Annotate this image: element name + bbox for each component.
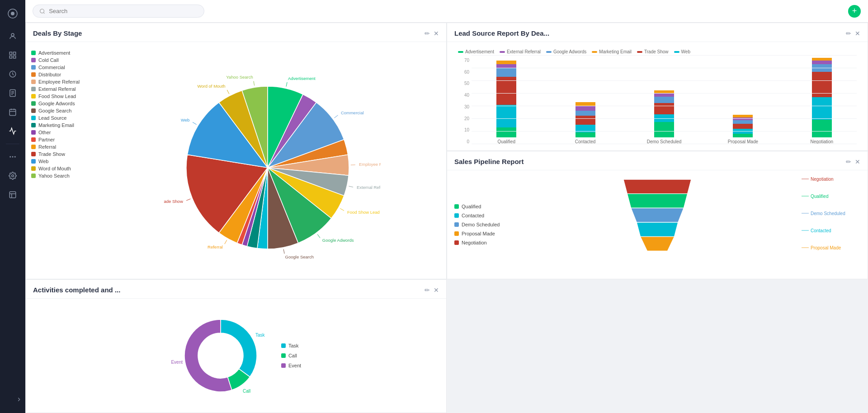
bar-segment bbox=[812, 97, 832, 120]
collapse-sidebar-button[interactable] bbox=[11, 391, 27, 408]
logo-icon bbox=[5, 5, 21, 22]
edit-lead-source-icon[interactable]: ✏ bbox=[846, 30, 851, 37]
donut-label: Call bbox=[243, 389, 250, 394]
settings-icon[interactable] bbox=[5, 168, 21, 184]
add-button[interactable]: + bbox=[848, 5, 861, 18]
bar-chart-area: AdvertisementExternal ReferralGoogle Adw… bbox=[451, 46, 864, 147]
funnel-legend-item: Qualified bbox=[454, 203, 513, 210]
svg-rect-3 bbox=[9, 52, 12, 54]
legend-item: Marketing Email bbox=[31, 122, 100, 129]
widget-deals-by-stage: Deals By Stage ✏ ✕ AdvertisementCold Cal… bbox=[25, 23, 447, 279]
svg-point-18 bbox=[14, 156, 16, 158]
funnel-right-label: Negotiation bbox=[811, 177, 834, 182]
legend-item: Google Adwords bbox=[31, 100, 100, 107]
search-icon bbox=[39, 8, 45, 14]
pie-label: Google Search bbox=[285, 254, 314, 259]
edit-deals-icon[interactable]: ✏ bbox=[425, 30, 430, 37]
help-icon[interactable] bbox=[5, 187, 21, 203]
y-label: 10 bbox=[458, 127, 469, 132]
pie-label: Referral bbox=[208, 244, 223, 249]
funnel-right-label: Demo Scheduled bbox=[811, 211, 845, 216]
funnel-right-label: Proposal Made bbox=[811, 245, 841, 250]
legend-item: Distributor bbox=[31, 71, 100, 78]
bar-legend-item: External Referral bbox=[500, 49, 541, 54]
svg-line-25 bbox=[286, 82, 287, 87]
bar-segment bbox=[576, 106, 595, 111]
svg-line-26 bbox=[334, 115, 338, 118]
donut-legend-item: Event bbox=[281, 362, 301, 369]
widget-lead-source-body: AdvertisementExternal ReferralGoogle Adw… bbox=[447, 42, 868, 150]
widget-activities: Activities completed and ... ✏ ✕ TaskCal… bbox=[25, 279, 447, 413]
close-activities-icon[interactable]: ✕ bbox=[434, 286, 439, 294]
svg-line-35 bbox=[227, 90, 229, 94]
edit-pipeline-icon[interactable]: ✏ bbox=[846, 158, 851, 165]
donut-segment bbox=[221, 319, 257, 377]
more-icon[interactable] bbox=[5, 149, 21, 165]
widget-sales-pipeline-actions: ✏ ✕ bbox=[846, 158, 860, 165]
widget-deals-header: Deals By Stage ✏ ✕ bbox=[26, 23, 446, 42]
donut-chart: TaskCallEvent bbox=[171, 306, 270, 405]
svg-line-34 bbox=[193, 122, 197, 124]
funnel-labels-svg: NegotiationQualifiedDemo ScheduledContac… bbox=[802, 170, 860, 279]
close-pipeline-icon[interactable]: ✕ bbox=[855, 158, 860, 165]
search-box[interactable] bbox=[33, 5, 204, 18]
contacts-icon[interactable] bbox=[5, 28, 21, 44]
bar-chart-wrapper: 706050403020100 QualifiedContactedDemo S… bbox=[458, 58, 857, 150]
edit-activities-icon[interactable]: ✏ bbox=[425, 286, 430, 294]
bar-segment bbox=[496, 127, 516, 137]
close-deals-icon[interactable]: ✕ bbox=[434, 30, 439, 37]
main-area: + Deals By Stage ✏ ✕ AdvertisementCold C… bbox=[25, 0, 868, 413]
widget-activities-body: TaskCallEvent TaskCallEvent bbox=[26, 299, 446, 413]
notes-icon[interactable] bbox=[5, 85, 21, 101]
bar-legend-item: Advertisement bbox=[458, 49, 494, 54]
bar-segment bbox=[733, 124, 753, 129]
bar-stack bbox=[654, 90, 674, 137]
bar-segment bbox=[496, 77, 516, 105]
calendar-icon[interactable] bbox=[5, 104, 21, 120]
legend-item: Web bbox=[31, 158, 100, 165]
svg-rect-20 bbox=[9, 192, 16, 198]
donut-label: Task bbox=[255, 333, 265, 338]
bar-stack bbox=[496, 61, 516, 137]
bar-stack bbox=[576, 102, 595, 137]
donut-legend-item: Task bbox=[281, 342, 301, 349]
bar-segment bbox=[496, 64, 516, 68]
funnel-area: QualifiedContactedDemo ScheduledProposal… bbox=[451, 174, 864, 275]
donut-area: TaskCallEvent TaskCallEvent bbox=[29, 302, 443, 409]
analytics-icon[interactable] bbox=[5, 123, 21, 139]
widget-lead-source-header: Lead Source Report By Dea... ✏ ✕ bbox=[447, 23, 868, 42]
deals-icon[interactable] bbox=[5, 66, 21, 82]
funnel-legend-item: Demo Scheduled bbox=[454, 221, 513, 228]
bar-segment bbox=[654, 103, 674, 114]
svg-rect-5 bbox=[9, 56, 12, 58]
pie-label: Commercial bbox=[341, 110, 364, 115]
funnel-segment bbox=[641, 237, 675, 251]
bar-legend-item: Marketing Email bbox=[592, 49, 632, 54]
widget-deals-body: AdvertisementCold CallCommercialDistribu… bbox=[26, 42, 446, 279]
svg-line-30 bbox=[317, 234, 320, 238]
svg-point-23 bbox=[40, 9, 44, 13]
sidebar bbox=[0, 0, 25, 413]
bar-segment bbox=[654, 93, 674, 97]
legend-item: Yahoo Search bbox=[31, 172, 100, 179]
bar-segment bbox=[496, 61, 516, 64]
close-lead-source-icon[interactable]: ✕ bbox=[855, 30, 860, 37]
svg-line-36 bbox=[254, 81, 255, 85]
bar-stack bbox=[812, 58, 832, 137]
dashboard-icon[interactable] bbox=[5, 47, 21, 63]
funnel-svg bbox=[612, 179, 703, 270]
bar-legend-item: Trade Show bbox=[637, 49, 669, 54]
donut-label: Event bbox=[171, 360, 183, 365]
donut-legend-item: Call bbox=[281, 352, 301, 359]
search-input[interactable] bbox=[49, 8, 198, 14]
dashboard: Deals By Stage ✏ ✕ AdvertisementCold Cal… bbox=[25, 23, 868, 413]
pie-label: Web bbox=[181, 117, 189, 122]
pie-label: Word of Mouth bbox=[197, 84, 225, 89]
svg-line-33 bbox=[186, 199, 190, 201]
topbar-right: + bbox=[848, 5, 861, 18]
bar-segment bbox=[733, 120, 753, 124]
funnel-segment bbox=[637, 222, 678, 237]
donut-legend: TaskCallEvent bbox=[281, 342, 301, 369]
bar-legend-item: Google Adwords bbox=[546, 49, 586, 54]
widget-deals-actions: ✏ ✕ bbox=[425, 30, 439, 37]
